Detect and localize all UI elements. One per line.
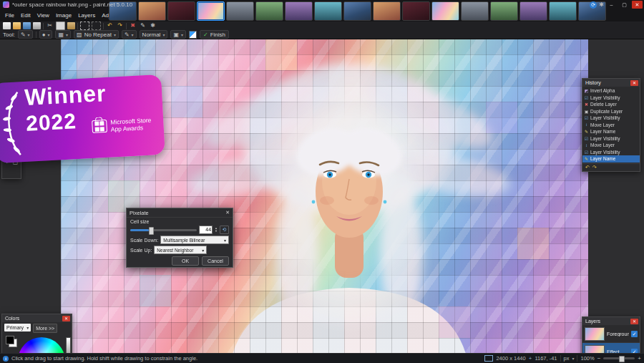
- brush-width-selector[interactable]: ● ▾: [39, 30, 53, 39]
- settings-button[interactable]: ✱: [149, 22, 157, 29]
- canvas-area: ✱✎▤T+▢ Winner 2022 Microsoft Store: [0, 39, 644, 354]
- units-selector[interactable]: px: [564, 355, 570, 362]
- close-button[interactable]: ✕: [632, 1, 643, 9]
- slider-thumb[interactable]: [149, 227, 154, 235]
- minimize-button[interactable]: –: [606, 1, 617, 9]
- layer-visibility-checkbox[interactable]: ✓: [631, 331, 638, 337]
- colors-panel-title-bar[interactable]: Colors ✕: [2, 314, 72, 322]
- deselect-button[interactable]: [92, 21, 101, 30]
- history-item[interactable]: ✎Layer Name: [582, 155, 640, 163]
- scale-down-selector[interactable]: Multisample Bilinear ▾: [160, 236, 229, 244]
- history-item[interactable]: ☑Layer Visibility: [582, 135, 640, 142]
- active-tool-selector[interactable]: ✎ ▾: [18, 30, 33, 39]
- crop-button[interactable]: [80, 21, 89, 30]
- visibility-icon: ☑: [584, 95, 589, 100]
- history-item[interactable]: ✎Layer Name: [582, 128, 640, 135]
- toolbar-separator: [77, 23, 78, 29]
- blend-mode-selector[interactable]: Normal ▾: [140, 30, 168, 39]
- move-icon: ↕: [584, 143, 589, 147]
- history-item-label: Layer Visibility: [590, 150, 620, 155]
- visibility-icon: ☑: [584, 115, 589, 120]
- fill-style-selector[interactable]: ▦ ▾: [55, 30, 71, 39]
- print-button[interactable]: [33, 22, 41, 29]
- zoom-slider-thumb[interactable]: [619, 356, 625, 362]
- undo-button[interactable]: ↶: [106, 22, 114, 29]
- layer-item-foreground[interactable]: Foreground✓: [582, 325, 640, 343]
- history-close-icon[interactable]: ✕: [630, 80, 638, 86]
- updates-button[interactable]: ⟳: [590, 1, 597, 9]
- menu-edit[interactable]: Edit: [18, 11, 34, 19]
- cancel-button[interactable]: Cancel: [202, 256, 229, 266]
- settings-gear-icon[interactable]: ✱: [599, 1, 604, 9]
- title-bar: *outer space rainbow hair.png - paint.ne…: [0, 0, 644, 9]
- history-item[interactable]: ↕Move Layer: [582, 122, 640, 129]
- pencil-button[interactable]: ✎: [139, 22, 147, 29]
- paste-button[interactable]: [67, 22, 75, 29]
- slider-fill: [130, 229, 149, 231]
- menu-file[interactable]: File: [2, 11, 17, 19]
- finish-label: Finish: [210, 32, 225, 38]
- history-item-label: Layer Visibility: [590, 95, 620, 100]
- quality-swatch-icon[interactable]: [189, 31, 197, 39]
- move-icon: ↕: [584, 122, 589, 127]
- toolbar-separator: [103, 23, 104, 29]
- reset-icon[interactable]: ⟲: [220, 226, 229, 234]
- history-item[interactable]: ☑Layer Visibility: [582, 115, 640, 122]
- delete-button[interactable]: ✖: [129, 22, 137, 29]
- open-button[interactable]: [13, 22, 21, 29]
- pixelate-dialog: Pixelate ✕ Cell size 44 ▲▼ ⟲ Scale Down:: [126, 208, 233, 268]
- layers-panel-title-bar[interactable]: Layers ✕: [582, 317, 640, 325]
- primary-label: Primary: [6, 325, 24, 330]
- scale-down-value: Multisample Bilinear: [163, 238, 205, 243]
- layers-close-icon[interactable]: ✕: [630, 319, 638, 324]
- history-item-label: Move Layer: [590, 122, 615, 127]
- cell-size-spinner[interactable]: ▲▼: [215, 227, 218, 233]
- history-item-label: Delete Layer: [590, 102, 617, 107]
- zoom-out-icon[interactable]: −: [597, 355, 601, 362]
- cut-button[interactable]: ✂: [46, 22, 54, 29]
- history-item[interactable]: ◩Invert Alpha: [582, 87, 640, 95]
- ok-button[interactable]: OK: [172, 256, 199, 266]
- chevron-down-icon: ▾: [132, 32, 134, 37]
- history-item[interactable]: ☑Layer Visibility: [582, 95, 640, 102]
- scale-down-label: Scale Down:: [130, 238, 158, 243]
- cell-size-input[interactable]: 44: [199, 226, 213, 234]
- redo-icon[interactable]: ↷: [592, 165, 597, 170]
- zoom-in-icon[interactable]: +: [638, 355, 641, 362]
- history-item[interactable]: ☑Layer Visibility: [582, 149, 640, 156]
- new-button[interactable]: [3, 22, 11, 29]
- cell-size-slider[interactable]: [130, 229, 197, 231]
- stroke-style-selector[interactable]: ✎ ▾: [122, 30, 137, 39]
- copy-button[interactable]: [56, 21, 65, 30]
- antialiasing-selector[interactable]: ▣ ▾: [170, 30, 186, 39]
- undo-icon[interactable]: ↶: [585, 165, 590, 170]
- selection-mode-selector[interactable]: ▨ No Repeat ▾: [74, 30, 119, 39]
- ms-store-block: Microsoft Store App Awards: [92, 117, 152, 135]
- history-item[interactable]: ↕Move Layer: [582, 142, 640, 149]
- dialog-close-icon[interactable]: ✕: [225, 210, 230, 216]
- menu-view[interactable]: View: [34, 11, 52, 19]
- zoom-value[interactable]: 100%: [580, 355, 594, 362]
- menu-image[interactable]: Image: [53, 11, 74, 19]
- color-target-selector[interactable]: Primary ▾: [4, 324, 31, 331]
- chevron-down-icon: ▾: [66, 32, 68, 37]
- redo-button[interactable]: ↷: [116, 22, 124, 29]
- maximize-button[interactable]: ▢: [619, 1, 630, 9]
- history-item[interactable]: ✖Delete Layer: [582, 101, 640, 108]
- award-year: 2022: [25, 109, 77, 136]
- history-panel-title-bar[interactable]: History ✕: [582, 79, 640, 87]
- colors-close-icon[interactable]: ✕: [62, 316, 70, 321]
- finish-button[interactable]: ✓ Finish: [200, 30, 229, 39]
- zoom-slider[interactable]: [603, 357, 635, 359]
- primary-color-swatch[interactable]: [6, 336, 14, 344]
- history-title: History: [585, 80, 601, 85]
- menu-layers[interactable]: Layers: [75, 11, 98, 19]
- save-button[interactable]: [23, 22, 31, 29]
- scale-up-selector[interactable]: Nearest Neighbor ▾: [154, 246, 207, 254]
- delete-icon: ✖: [584, 102, 589, 107]
- more-button[interactable]: More >>: [33, 324, 57, 333]
- ms-store-award-badge: Winner 2022 Microsoft Store App Awards: [0, 74, 165, 163]
- dialog-title-bar[interactable]: Pixelate ✕: [127, 208, 233, 218]
- history-item[interactable]: ▣Duplicate Layer: [582, 108, 640, 115]
- cell-size-label: Cell size: [130, 219, 229, 224]
